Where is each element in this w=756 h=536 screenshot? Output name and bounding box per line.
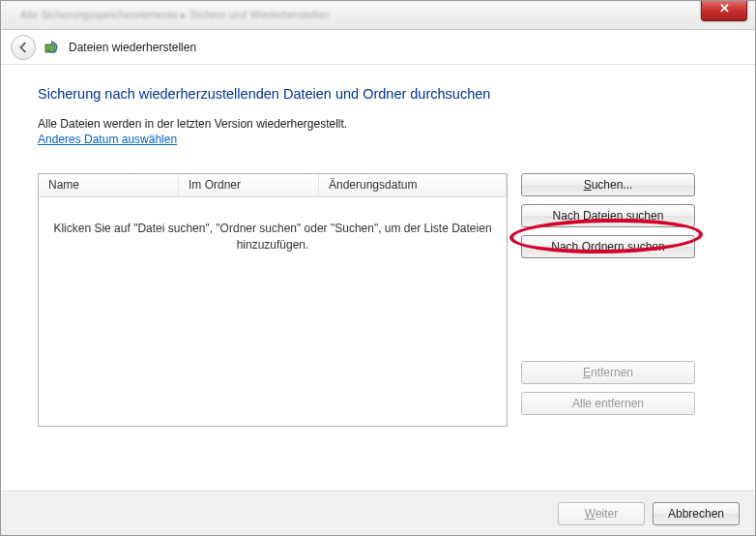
col-name[interactable]: Name <box>39 174 179 196</box>
content-area: Sicherung nach wiederherzustellenden Dat… <box>1 65 755 442</box>
footer: Weiter Abbrechen <box>1 491 755 535</box>
close-button[interactable]: ✕ <box>701 0 747 21</box>
search-files-button[interactable]: Nach Dateien suchen <box>521 204 695 227</box>
choose-date-link[interactable]: Anderes Datum auswählen <box>38 133 177 146</box>
page-subtext: Alle Dateien werden in der letzten Versi… <box>38 117 718 131</box>
back-button[interactable] <box>11 35 36 60</box>
search-folders-button[interactable]: Nach Ordnern suchen <box>521 235 695 258</box>
nav-header: Dateien wiederherstellen <box>1 30 755 65</box>
breadcrumb: Alle Sicherungsspeicherelemente ▸ Sicher… <box>20 9 330 21</box>
page-heading: Sicherung nach wiederherzustellenden Dat… <box>38 86 718 102</box>
remove-all-button: Alle entfernen <box>521 392 695 415</box>
file-list[interactable]: Name Im Ordner Änderungsdatum Klicken Si… <box>38 173 508 427</box>
restore-icon <box>44 39 61 56</box>
col-date[interactable]: Änderungsdatum <box>319 174 507 196</box>
cancel-button[interactable]: Abbrechen <box>653 502 740 525</box>
search-button[interactable]: Suchen... <box>521 173 695 196</box>
next-button: Weiter <box>558 502 645 525</box>
nav-title: Dateien wiederherstellen <box>69 41 196 54</box>
col-folder[interactable]: Im Ordner <box>179 174 319 196</box>
arrow-left-icon <box>16 41 30 54</box>
list-empty-text: Klicken Sie auf "Datei suchen", "Ordner … <box>39 197 507 254</box>
list-header: Name Im Ordner Änderungsdatum <box>39 174 507 197</box>
remove-button: Entfernen <box>521 361 695 384</box>
title-bar: Alle Sicherungsspeicherelemente ▸ Sicher… <box>1 1 755 30</box>
side-button-panel: Suchen... Nach Dateien suchen Nach Ordne… <box>521 173 695 415</box>
